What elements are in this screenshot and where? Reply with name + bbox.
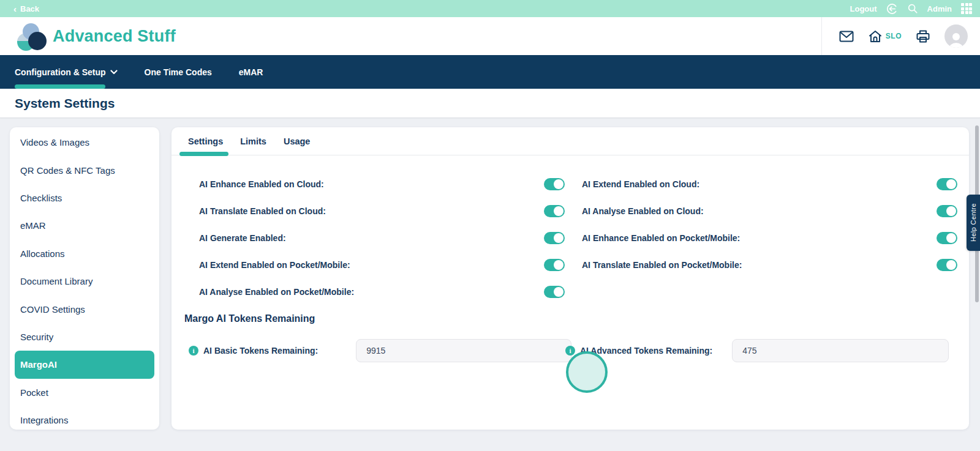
ai-analyse-cloud-toggle[interactable] <box>937 205 957 217</box>
mail-icon <box>839 31 854 42</box>
user-avatar[interactable] <box>944 24 968 48</box>
info-icon[interactable]: i <box>565 346 575 356</box>
click-indicator-circle <box>566 351 608 393</box>
toggle-label: AI Extend Enabled on Cloud: <box>582 179 699 189</box>
back-chevron-icon: ‹ <box>13 4 17 13</box>
nav-configuration-setup[interactable]: Configuration & Setup <box>15 67 118 77</box>
active-tab-underline <box>179 152 228 156</box>
toggle-label: AI Analyse Enabled on Cloud: <box>582 206 704 216</box>
printer-icon <box>916 30 930 43</box>
advanced-tokens-row: i AI Advanced Tokens Remaining: <box>565 339 949 362</box>
toggle-label: AI Translate Enabled on Cloud: <box>199 206 326 216</box>
help-centre-label: Help Centre <box>970 203 977 242</box>
sidebar-item-pocket[interactable]: Pocket <box>15 379 154 406</box>
header-divider <box>821 17 822 55</box>
settings-sidebar: Videos & Images QR Codes & NFC Tags Chec… <box>10 127 159 430</box>
person-icon <box>947 31 965 48</box>
ai-enhance-pocket-toggle[interactable] <box>937 232 957 244</box>
nav-one-time-codes[interactable]: One Time Codes <box>145 67 212 77</box>
top-utility-bar: ‹ Back Logout Admin <box>0 0 980 17</box>
toggle-row: AI Analyse Enabled on Pocket/Mobile: <box>199 278 565 305</box>
nav-label: Configuration & Setup <box>15 67 106 77</box>
sidebar-item-videos-images[interactable]: Videos & Images <box>15 129 154 156</box>
toggle-row: AI Extend Enabled on Pocket/Mobile: <box>199 252 565 278</box>
toggle-label: AI Enhance Enabled on Cloud: <box>199 179 324 189</box>
admin-menu-button[interactable]: Admin <box>927 4 952 13</box>
back-button[interactable]: ‹ Back <box>0 4 39 13</box>
nav-label: eMAR <box>239 67 263 77</box>
tab-limits[interactable]: Limits <box>240 136 266 146</box>
advanced-tokens-label: AI Advanced Tokens Remaining: <box>580 346 712 356</box>
home-icon <box>869 30 882 43</box>
logout-arrow-icon[interactable] <box>886 3 898 15</box>
site-badge: SLO <box>886 32 902 40</box>
advanced-tokens-input[interactable] <box>732 339 949 362</box>
ai-enhance-cloud-toggle[interactable] <box>544 178 565 190</box>
sidebar-item-covid-settings[interactable]: COVID Settings <box>15 295 154 322</box>
sidebar-item-allocations[interactable]: Allocations <box>15 240 154 267</box>
messages-button[interactable] <box>839 31 854 42</box>
app-header: Advanced Stuff SLO <box>0 17 980 55</box>
toggle-row: AI Enhance Enabled on Cloud: <box>199 171 565 198</box>
app-title: Advanced Stuff <box>53 27 176 46</box>
sidebar-item-qr-codes-nfc-tags[interactable]: QR Codes & NFC Tags <box>15 156 154 184</box>
search-icon[interactable] <box>907 3 918 14</box>
sidebar-item-integrations[interactable]: Integrations <box>15 406 154 430</box>
sidebar-item-emar[interactable]: eMAR <box>15 212 154 239</box>
print-button[interactable] <box>916 30 930 43</box>
ai-extend-cloud-toggle[interactable] <box>937 178 957 190</box>
ai-translate-pocket-toggle[interactable] <box>937 259 957 271</box>
logout-button[interactable]: Logout <box>850 4 877 13</box>
apps-grid-icon[interactable] <box>961 3 972 14</box>
toggle-row: AI Generate Enabled: <box>199 225 565 252</box>
sidebar-item-checklists[interactable]: Checklists <box>15 184 154 212</box>
page-header: System Settings <box>0 89 980 118</box>
toggle-label: AI Analyse Enabled on Pocket/Mobile: <box>199 287 354 297</box>
basic-tokens-row: i AI Basic Tokens Remaining: <box>189 339 571 362</box>
page-title: System Settings <box>15 96 115 111</box>
basic-tokens-input[interactable] <box>356 339 571 362</box>
toggle-row: AI Translate Enabled on Cloud: <box>199 198 565 225</box>
basic-tokens-label: AI Basic Tokens Remaining: <box>203 346 318 356</box>
tokens-section-heading: Margo AI Tokens Remaining <box>184 313 315 324</box>
help-centre-tab[interactable]: Help Centre <box>967 195 980 251</box>
nav-emar[interactable]: eMAR <box>239 67 263 77</box>
toggle-row: AI Extend Enabled on Cloud: <box>582 171 957 198</box>
nav-label: One Time Codes <box>145 67 212 77</box>
toggle-label: AI Translate Enabled on Pocket/Mobile: <box>582 260 742 270</box>
margoai-settings-panel: Settings Limits Usage AI Enhance Enabled… <box>172 127 969 430</box>
active-nav-underline <box>15 84 105 89</box>
back-label: Back <box>20 4 39 13</box>
toggle-label: AI Enhance Enabled on Pocket/Mobile: <box>582 233 740 243</box>
tab-usage[interactable]: Usage <box>284 136 311 146</box>
ai-analyse-pocket-toggle[interactable] <box>544 286 565 298</box>
info-icon[interactable]: i <box>189 346 198 356</box>
toggle-row: AI Analyse Enabled on Cloud: <box>582 198 957 225</box>
toggle-row: AI Translate Enabled on Pocket/Mobile: <box>582 252 957 278</box>
ai-generate-toggle[interactable] <box>544 232 565 244</box>
toggle-label: AI Extend Enabled on Pocket/Mobile: <box>199 260 350 270</box>
app-logo-icon <box>15 22 44 50</box>
tab-settings[interactable]: Settings <box>188 136 223 146</box>
sidebar-item-document-library[interactable]: Document Library <box>15 267 154 295</box>
ai-extend-pocket-toggle[interactable] <box>544 259 565 271</box>
ai-translate-cloud-toggle[interactable] <box>544 205 565 217</box>
tab-bar: Settings Limits Usage <box>172 127 969 155</box>
toggle-label: AI Generate Enabled: <box>199 233 286 243</box>
sidebar-item-security[interactable]: Security <box>15 323 154 351</box>
toggle-row: AI Enhance Enabled on Pocket/Mobile: <box>582 225 957 252</box>
home-button[interactable]: SLO <box>869 30 902 43</box>
sidebar-item-margoai[interactable]: MargoAI <box>15 351 154 378</box>
chevron-down-icon <box>110 70 118 75</box>
primary-navbar: Configuration & Setup One Time Codes eMA… <box>0 55 980 89</box>
